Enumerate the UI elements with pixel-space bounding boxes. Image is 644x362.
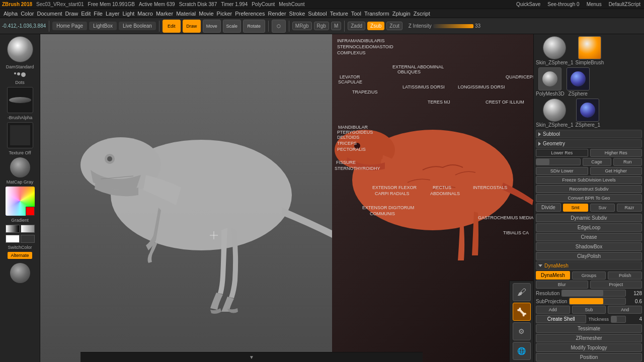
blur-btn[interactable]: Blur <box>536 281 588 289</box>
swatch-dark[interactable] <box>21 235 35 243</box>
menu-file[interactable]: File <box>92 11 104 17</box>
subprojection-slider[interactable] <box>569 298 626 305</box>
color-picker[interactable] <box>6 187 35 216</box>
razr-btn[interactable]: Razr <box>617 204 642 212</box>
thickness-slider[interactable] <box>611 316 626 323</box>
menu-edit[interactable]: Edit <box>79 11 92 17</box>
swatch-white[interactable] <box>6 235 20 243</box>
alpha-preview[interactable] <box>7 87 33 113</box>
sdiv-lower-btn[interactable]: SDiv Lower <box>536 167 588 175</box>
lower-res-btn[interactable]: Lower Res <box>536 149 588 157</box>
quick-save-btn[interactable]: QuickSave <box>515 2 542 7</box>
menu-color[interactable]: Color <box>19 11 35 17</box>
tessimate-btn[interactable]: Tessimate <box>536 324 642 333</box>
run-btn[interactable]: Run <box>613 158 642 166</box>
texture-preview[interactable] <box>7 122 33 148</box>
default-zscript-btn[interactable]: DefaultZScript <box>607 2 642 7</box>
dynamesh-header[interactable]: DynaMesh <box>536 261 642 270</box>
zsphere-thumb[interactable] <box>567 67 590 90</box>
menu-preferences[interactable]: Preferences <box>233 11 266 17</box>
skin-zsphere-thumb[interactable] <box>543 36 566 59</box>
suv-btn[interactable]: Suv <box>590 204 615 212</box>
home-page-tab[interactable]: Home Page <box>52 22 87 30</box>
edit-btn[interactable]: Edit <box>163 20 181 33</box>
menu-alpha[interactable]: Alpha <box>2 11 19 17</box>
sub-btn[interactable]: Sub <box>572 306 606 314</box>
convert-bpr-btn[interactable]: Convert BPR To Geo <box>536 194 642 202</box>
claypolish-btn[interactable]: ClayPolish <box>536 252 642 260</box>
menu-stroke[interactable]: Stroke <box>288 11 307 17</box>
alternate-btn[interactable]: Alternate <box>8 252 32 259</box>
zsphere2-thumb[interactable] <box>576 99 599 122</box>
menu-zscript[interactable]: Zscript <box>412 11 432 17</box>
menu-zplugin[interactable]: Zplugin <box>391 11 412 17</box>
reconstruct-subdiv-btn[interactable]: Reconstruct Subdiv <box>536 185 642 193</box>
menu-tool[interactable]: Tool <box>350 11 363 17</box>
smt-btn[interactable]: Smt <box>563 204 588 212</box>
create-shell-btn[interactable]: Create Shell <box>536 315 586 323</box>
cage-btn[interactable]: Cage <box>583 158 611 166</box>
tool-icon-1[interactable]: 🖌 <box>513 283 531 301</box>
project-btn[interactable]: Project <box>590 281 642 289</box>
menu-draw[interactable]: Draw <box>64 11 80 17</box>
menu-subtool[interactable]: Subtool <box>306 11 328 17</box>
menu-render[interactable]: Render <box>266 11 287 17</box>
menu-transform[interactable]: Transform <box>363 11 391 17</box>
modify-topology-btn[interactable]: Modify Topology <box>536 343 642 352</box>
zsub-btn[interactable]: Zsub <box>367 22 384 30</box>
brush-preview[interactable] <box>7 36 33 62</box>
see-through-btn[interactable]: See-through 0 <box>546 2 581 7</box>
menu-marker[interactable]: Marker <box>154 11 175 17</box>
menu-document[interactable]: Document <box>35 11 63 17</box>
resolution-slider[interactable] <box>561 290 626 297</box>
and-btn[interactable]: And <box>608 306 642 314</box>
higher-res-btn[interactable]: Higher Res <box>590 149 642 157</box>
draw-btn[interactable]: Draw <box>183 20 201 33</box>
menu-material[interactable]: Material <box>175 11 197 17</box>
menu-macro[interactable]: Macro <box>136 11 154 17</box>
scale-btn[interactable]: Scale <box>223 20 241 33</box>
simplebrush-thumb[interactable] <box>578 36 601 59</box>
active-color[interactable] <box>26 207 35 216</box>
lightbox-tab[interactable]: LightBox <box>89 22 117 30</box>
zremesher-btn[interactable]: ZRemesher <box>536 334 642 342</box>
edgeloop-btn[interactable]: EdgeLoop <box>536 223 642 232</box>
gradient-bw[interactable] <box>6 225 20 233</box>
canvas-area[interactable]: INFRAMANDIBULARIS STERNOCLEIDOMASTOID CO… <box>40 34 533 362</box>
zcut-btn[interactable]: Zcut <box>386 22 402 30</box>
sdiv-slider[interactable] <box>536 158 581 165</box>
geometry-header[interactable]: Geometry <box>536 139 642 148</box>
freeze-subdiv-btn[interactable]: Freeze SubDivision Levels <box>536 176 642 184</box>
live-boolean-tab[interactable]: Live Boolean <box>119 22 156 30</box>
m-btn[interactable]: M <box>331 22 341 30</box>
tool-icon-3[interactable]: ⚙ <box>513 322 531 340</box>
groups-btn[interactable]: Groups <box>572 272 606 280</box>
menu-texture[interactable]: Texture <box>329 11 350 17</box>
sphere-preview2[interactable] <box>10 263 30 283</box>
mrgb-btn[interactable]: MRgb <box>292 22 312 30</box>
rotate-btn[interactable]: Rotate <box>243 20 265 33</box>
material-preview[interactable] <box>10 157 30 177</box>
tool-icon-4[interactable]: 🌐 <box>513 342 531 360</box>
menu-movie[interactable]: Movie <box>197 11 215 17</box>
menu-layer[interactable]: Layer <box>104 11 121 17</box>
subtool-header[interactable]: Subtool <box>536 130 642 138</box>
tool-icon-2[interactable]: 🦴 <box>513 303 531 321</box>
menu-picker[interactable]: Picker <box>215 11 234 17</box>
polymesh3d-thumb[interactable] <box>538 67 561 90</box>
zadd-btn[interactable]: Zadd <box>348 22 365 30</box>
skin-zsphere2-thumb[interactable] <box>543 99 566 122</box>
dynamic-subdiv-btn[interactable]: Dynamic Subdiv <box>536 214 642 222</box>
crease-btn[interactable]: Crease <box>536 233 642 241</box>
rgb-btn[interactable]: Rgb <box>314 22 329 30</box>
intensity-slider[interactable] <box>433 24 473 28</box>
gradient-wg[interactable] <box>21 225 35 233</box>
position-btn[interactable]: Position <box>536 353 642 361</box>
polish-btn[interactable]: Polish <box>608 272 642 280</box>
add-btn[interactable]: Add <box>536 306 570 314</box>
divide-btn[interactable]: Divide <box>536 203 561 212</box>
nav-arrow[interactable]: ▼ <box>249 354 254 360</box>
move-btn[interactable]: Move <box>203 20 221 33</box>
symmetry-btn[interactable]: ⬡ <box>272 20 286 33</box>
menus-btn[interactable]: Menus <box>585 2 603 7</box>
